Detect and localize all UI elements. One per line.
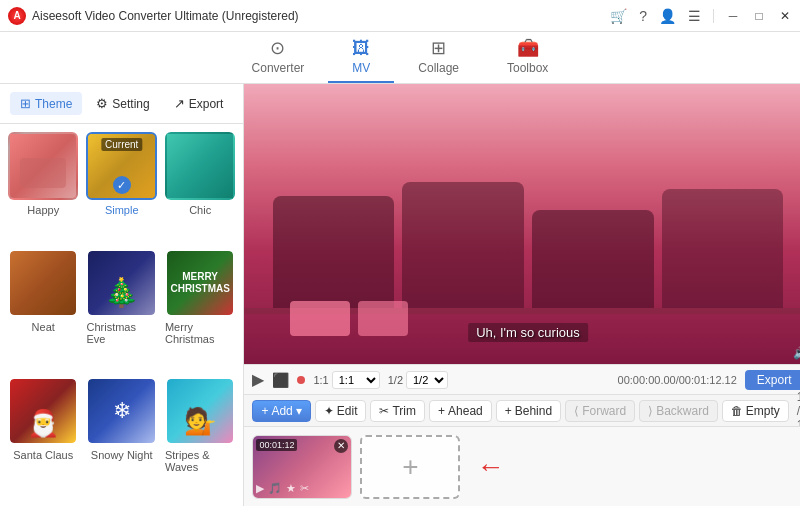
video-area: Uh, I'm so curious 🔊 xyxy=(244,84,800,364)
theme-item-snowy-night[interactable]: ❄ Snowy Night xyxy=(86,377,156,498)
theme-item-christmas-eve[interactable]: 🎄 Christmas Eve xyxy=(86,249,156,370)
volume-icon[interactable]: 🔊 xyxy=(793,346,800,360)
tab-converter[interactable]: ⊙ Converter xyxy=(228,31,329,83)
ratio2-select[interactable]: 1/2 1/1 2/3 xyxy=(406,371,448,389)
theme-label-neat: Neat xyxy=(32,321,55,333)
figure-3 xyxy=(532,210,654,308)
main-layout: ⊞ Theme ⚙ Setting ↗ Export Happy xyxy=(0,84,800,506)
trim-button[interactable]: ✂ Trim xyxy=(370,400,425,422)
help-icon[interactable]: ? xyxy=(639,8,647,24)
ratio-selector-1: 1:1 1:1 16:9 4:3 xyxy=(313,371,379,389)
subtab-export-label: Export xyxy=(189,97,224,111)
subtab-theme[interactable]: ⊞ Theme xyxy=(10,92,82,115)
edit-button[interactable]: ✦ Edit xyxy=(315,400,367,422)
close-button[interactable]: ✕ xyxy=(778,9,792,23)
theme-thumb-stripes-waves: 💁 xyxy=(165,377,235,445)
figure-1 xyxy=(273,196,395,308)
export-button[interactable]: Export xyxy=(745,370,800,390)
theme-item-happy[interactable]: Happy xyxy=(8,132,78,241)
stop-button[interactable]: ⬛ xyxy=(272,372,289,388)
theme-label-santa-claus: Santa Claus xyxy=(13,449,73,461)
record-dot xyxy=(297,376,305,384)
video-timestamp: 00:00:00.00/00:01:12.12 xyxy=(618,374,737,386)
video-scene: Uh, I'm so curious 🔊 xyxy=(244,84,800,364)
chair-1 xyxy=(290,301,350,336)
subtab-export[interactable]: ↗ Export xyxy=(164,92,234,115)
theme-thumb-simple: Current ✓ xyxy=(86,132,156,200)
backward-icon: ⟩ xyxy=(648,404,653,418)
behind-button[interactable]: + Behind xyxy=(496,400,561,422)
edit-label: Edit xyxy=(337,404,358,418)
user-icon[interactable]: 👤 xyxy=(659,8,676,24)
theme-thumb-neat xyxy=(8,249,78,317)
backward-button[interactable]: ⟩ Backward xyxy=(639,400,718,422)
theme-thumb-santa-claus: 🎅 xyxy=(8,377,78,445)
clip-overlay: 00:01:12 ✕ ▶ 🎵 ★ ✂ xyxy=(253,436,351,498)
titlebar: A Aiseesoft Video Converter Ultimate (Un… xyxy=(0,0,800,32)
arrow-indicator: ← xyxy=(476,451,504,483)
star-icon: ★ xyxy=(286,482,296,495)
theme-label-merry-christmas: Merry Christmas xyxy=(165,321,235,345)
ratio-selector-2: 1/2 1/2 1/1 2/3 xyxy=(388,371,448,389)
add-icon: + xyxy=(261,404,268,418)
ahead-button[interactable]: + Ahead xyxy=(429,400,492,422)
play-button[interactable]: ▶ xyxy=(252,370,264,389)
theme-label-christmas-eve: Christmas Eve xyxy=(86,321,156,345)
tab-mv[interactable]: 🖼 MV xyxy=(328,32,394,83)
left-panel: ⊞ Theme ⚙ Setting ↗ Export Happy xyxy=(0,84,244,506)
figure-2 xyxy=(402,182,524,308)
video-controls: ▶ ⬛ 1:1 1:1 16:9 4:3 1/2 1/2 1/1 2/3 0 xyxy=(244,364,800,394)
trim-icon: ✂ xyxy=(379,404,389,418)
theme-grid: Happy Current ✓ Simple Chic xyxy=(0,124,243,506)
bottom-toolbar: + Add ▾ ✦ Edit ✂ Trim + Ahead + Behind xyxy=(244,394,800,426)
ratio1-select[interactable]: 1:1 16:9 4:3 xyxy=(332,371,380,389)
clip-top: 00:01:12 ✕ xyxy=(256,439,348,453)
forward-label: Forward xyxy=(582,404,626,418)
subtab-setting[interactable]: ⚙ Setting xyxy=(86,92,159,115)
minimize-button[interactable]: ─ xyxy=(726,9,740,23)
theme-tab-icon: ⊞ xyxy=(20,96,31,111)
ratio1-value: 1:1 xyxy=(313,374,328,386)
empty-button[interactable]: 🗑 Empty xyxy=(722,400,789,422)
theme-item-stripes-waves[interactable]: 💁 Stripes & Waves xyxy=(165,377,235,498)
right-panel: Uh, I'm so curious 🔊 ▶ ⬛ 1:1 1:1 16:9 4:… xyxy=(244,84,800,506)
subtab-setting-label: Setting xyxy=(112,97,149,111)
theme-item-simple[interactable]: Current ✓ Simple xyxy=(86,132,156,241)
theme-thumb-merry-christmas: MERRYCHRISTMAS xyxy=(165,249,235,317)
add-button[interactable]: + Add ▾ xyxy=(252,400,310,422)
theme-item-santa-claus[interactable]: 🎅 Santa Claus xyxy=(8,377,78,498)
theme-item-merry-christmas[interactable]: MERRYCHRISTMAS Merry Christmas xyxy=(165,249,235,370)
ratio2-value: 1/2 xyxy=(388,374,403,386)
menu-icon[interactable]: ☰ xyxy=(688,8,701,24)
ahead-icon: + xyxy=(438,404,445,418)
cart-icon[interactable]: 🛒 xyxy=(610,8,627,24)
play-icon: ▶ xyxy=(256,482,264,495)
app-title: Aiseesoft Video Converter Ultimate (Unre… xyxy=(32,9,299,23)
theme-thumb-happy xyxy=(8,132,78,200)
ahead-label: Ahead xyxy=(448,404,483,418)
app-logo: A xyxy=(8,7,26,25)
audio-icon: 🎵 xyxy=(268,482,282,495)
theme-item-chic[interactable]: Chic xyxy=(165,132,235,241)
behind-label: Behind xyxy=(515,404,552,418)
video-subtitle: Uh, I'm so curious xyxy=(468,323,588,342)
plus-icon: + xyxy=(402,451,418,483)
tab-mv-label: MV xyxy=(352,61,370,75)
add-clip-button[interactable]: + xyxy=(360,435,460,499)
tab-toolbox[interactable]: 🧰 Toolbox xyxy=(483,31,572,83)
clip-bottom: ▶ 🎵 ★ ✂ xyxy=(256,482,348,495)
theme-thumb-snowy-night: ❄ xyxy=(86,377,156,445)
clip-close-button[interactable]: ✕ xyxy=(334,439,348,453)
forward-button[interactable]: ⟨ Forward xyxy=(565,400,635,422)
theme-item-neat[interactable]: Neat xyxy=(8,249,78,370)
add-label: Add xyxy=(271,404,292,418)
tab-collage[interactable]: ⊞ Collage xyxy=(394,31,483,83)
scissors-icon: ✂ xyxy=(300,482,309,495)
theme-label-happy: Happy xyxy=(27,204,59,216)
toolbox-icon: 🧰 xyxy=(517,37,539,59)
theme-thumb-christmas-eve: 🎄 xyxy=(86,249,156,317)
maximize-button[interactable]: □ xyxy=(752,9,766,23)
mv-icon: 🖼 xyxy=(352,38,370,59)
check-icon: ✓ xyxy=(113,176,131,194)
timeline-clip[interactable]: 00:01:12 ✕ ▶ 🎵 ★ ✂ xyxy=(252,435,352,499)
